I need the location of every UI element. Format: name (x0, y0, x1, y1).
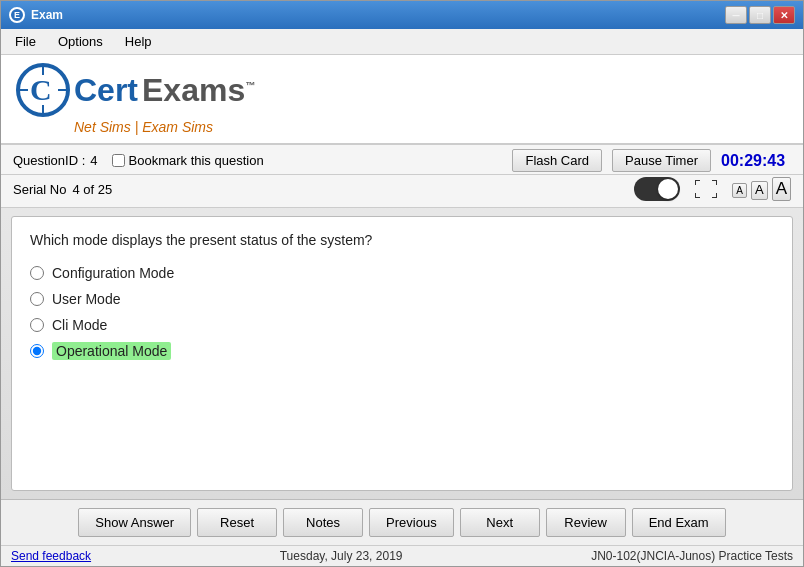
font-medium-button[interactable]: A (751, 181, 768, 200)
send-feedback-link[interactable]: Send feedback (11, 549, 91, 563)
flash-card-button[interactable]: Flash Card (512, 149, 602, 172)
bookmark-checkbox[interactable] (112, 154, 125, 167)
status-date: Tuesday, July 23, 2019 (280, 549, 403, 563)
option-1-radio[interactable] (30, 266, 44, 280)
toggle-knob (658, 179, 678, 199)
next-button[interactable]: Next (460, 508, 540, 537)
option-4-label[interactable]: Operational Mode (52, 343, 171, 359)
app-icon: E (9, 7, 25, 23)
title-bar: E Exam ─ □ ✕ (1, 1, 803, 29)
close-button[interactable]: ✕ (773, 6, 795, 24)
end-exam-button[interactable]: End Exam (632, 508, 726, 537)
font-large-button[interactable]: A (772, 177, 791, 201)
bottom-bar: Show Answer Reset Notes Previous Next Re… (1, 499, 803, 545)
option-1-row: Configuration Mode (30, 265, 774, 281)
window-title: Exam (31, 8, 63, 22)
menu-options[interactable]: Options (48, 31, 113, 52)
bookmark-area: Bookmark this question (112, 153, 264, 168)
font-size-controls: A A A (732, 177, 791, 201)
notes-button[interactable]: Notes (283, 508, 363, 537)
maximize-button[interactable]: □ (749, 6, 771, 24)
question-text: Which mode displays the present status o… (30, 231, 774, 251)
menu-bar: File Options Help (1, 29, 803, 55)
review-button[interactable]: Review (546, 508, 626, 537)
logo-exams: Exams™ (142, 74, 255, 106)
status-bar: Send feedback Tuesday, July 23, 2019 JN0… (1, 545, 803, 566)
timer-display: 00:29:43 (721, 152, 791, 170)
question-id-value: 4 (90, 153, 97, 168)
logo-icon: C (16, 63, 70, 117)
pause-timer-button[interactable]: Pause Timer (612, 149, 711, 172)
menu-help[interactable]: Help (115, 31, 162, 52)
bookmark-label: Bookmark this question (129, 153, 264, 168)
exam-name: JN0-102(JNCIA-Junos) Practice Tests (591, 549, 793, 563)
option-2-row: User Mode (30, 291, 774, 307)
option-2-radio[interactable] (30, 292, 44, 306)
option-3-label[interactable]: Cli Mode (52, 317, 107, 333)
fullscreen-icon[interactable] (694, 177, 718, 201)
question-area: Which mode displays the present status o… (11, 216, 793, 491)
option-4-radio[interactable] (30, 344, 44, 358)
option-4-row: Operational Mode (30, 343, 774, 359)
logo-tagline: Net Sims | Exam Sims (74, 119, 255, 135)
minimize-button[interactable]: ─ (725, 6, 747, 24)
option-3-row: Cli Mode (30, 317, 774, 333)
reset-button[interactable]: Reset (197, 508, 277, 537)
font-small-button[interactable]: A (732, 183, 747, 198)
logo-cert: Cert (74, 74, 138, 106)
option-2-label[interactable]: User Mode (52, 291, 120, 307)
dark-mode-toggle[interactable] (634, 177, 680, 201)
option-3-radio[interactable] (30, 318, 44, 332)
menu-file[interactable]: File (5, 31, 46, 52)
option-1-label[interactable]: Configuration Mode (52, 265, 174, 281)
previous-button[interactable]: Previous (369, 508, 454, 537)
serial-label: Serial No (13, 182, 66, 197)
question-id-label: QuestionID : (13, 153, 85, 168)
svg-text:C: C (30, 73, 52, 106)
window-controls: ─ □ ✕ (725, 6, 795, 24)
logo-area: C Cert Exams™ Net Sims | Exam Sims (1, 55, 803, 145)
serial-value: 4 of 25 (72, 182, 112, 197)
show-answer-button[interactable]: Show Answer (78, 508, 191, 537)
